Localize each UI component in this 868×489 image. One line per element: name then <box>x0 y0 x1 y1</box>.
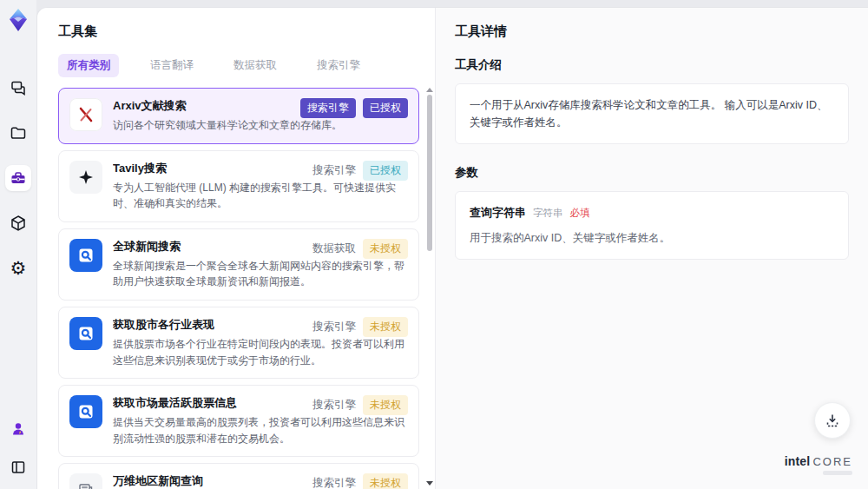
auth-badge: 已授权 <box>363 98 408 118</box>
tavily-star-icon <box>69 161 102 194</box>
tool-card-arxiv[interactable]: Arxiv文献搜索 访问各个研究领域大量科学论文和文章的存储库。 搜索引擎 已授… <box>58 88 419 144</box>
param-required-badge: 必填 <box>570 205 590 221</box>
tab-data-fetch[interactable]: 数据获取 <box>225 54 286 77</box>
tool-card-global-news[interactable]: 全球新闻搜索 全球新闻搜索是一个聚合全球各大新闻网站内容的搜索引擎，帮助用户快速… <box>58 228 419 301</box>
sidebar-item-files[interactable] <box>5 120 31 146</box>
core-wordmark: core <box>812 455 852 468</box>
param-type: 字符串 <box>533 205 563 221</box>
panel-toggle[interactable] <box>5 454 31 480</box>
tool-card-regional-news[interactable]: 万维地区新闻查询 查询具体行政区划内的新闻，快速了解各地新闻动 搜索引擎 未授权 <box>58 463 419 489</box>
tool-desc: 访问各个研究领域大量科学论文和文章的存储库。 <box>113 117 408 134</box>
tool-card-tavily[interactable]: Tavily搜索 专为人工智能代理 (LLM) 构建的搜索引擎工具。可快速提供实… <box>58 150 419 222</box>
arxiv-logo-icon <box>69 98 102 131</box>
sidebar-item-tools[interactable] <box>5 165 31 191</box>
category-badge: 搜索引擎 <box>312 163 356 178</box>
category-badge: 搜索引擎 <box>312 398 356 413</box>
news-search-icon <box>69 239 102 272</box>
detail-title: 工具详情 <box>455 23 849 40</box>
tool-card-stock-sectors[interactable]: 获取股市各行业表现 提供股票市场各个行业在特定时间段内的表现。投资者可以利用这些… <box>58 307 419 379</box>
toolbox-icon <box>10 169 27 187</box>
auth-badge: 未授权 <box>363 395 408 415</box>
app-logo[interactable] <box>5 7 31 33</box>
download-icon <box>824 412 841 429</box>
rail-bottom <box>5 416 31 480</box>
user-avatar-icon <box>10 421 26 437</box>
tool-card-active-stocks[interactable]: 获取市场最活跃股票信息 提供当天交易量最高的股票列表，投资者可以利用这些信息来识… <box>58 385 419 457</box>
tool-desc: 提供当天交易量最高的股票列表，投资者可以利用这些信息来识别流动性强的股票和潜在的… <box>113 414 408 446</box>
auth-badge: 未授权 <box>363 239 408 259</box>
sidebar-item-packages[interactable] <box>5 210 31 236</box>
intel-wordmark: intel <box>785 454 811 468</box>
tool-detail-pane: 工具详情 工具介绍 一个用于从Arxiv存储库搜索科学论文和文章的工具。 输入可… <box>435 8 868 489</box>
stock-sector-icon <box>69 317 102 350</box>
user-avatar[interactable] <box>5 416 31 442</box>
scrollbar-thumb[interactable] <box>427 95 432 251</box>
panel-toggle-icon <box>10 459 26 475</box>
newspaper-icon <box>69 473 102 489</box>
param-name: 查询字符串 <box>470 204 526 222</box>
active-stock-icon <box>69 395 102 428</box>
sidebar-item-chat[interactable] <box>5 75 31 101</box>
category-badge: 数据获取 <box>312 241 356 256</box>
category-badge: 搜索引擎 <box>300 98 356 118</box>
intro-heading: 工具介绍 <box>455 57 849 73</box>
gear-icon: ⚙ <box>10 260 27 278</box>
param-box: 查询字符串 字符串 必填 用于搜索的Arxiv ID、关键字或作者姓名。 <box>455 191 849 260</box>
tool-desc: 提供股票市场各个行业在特定时间段内的表现。投资者可以利用这些信息来识别表现优于或… <box>113 336 408 368</box>
tool-list: Arxiv文献搜索 访问各个研究领域大量科学论文和文章的存储库。 搜索引擎 已授… <box>58 88 435 489</box>
left-rail: ⚙ <box>0 0 36 489</box>
tool-desc: 全球新闻搜索是一个聚合全球各大新闻网站内容的搜索引擎，帮助用户快速获取全球最新资… <box>113 258 408 290</box>
category-badge: 搜索引擎 <box>312 320 356 334</box>
intel-core-logo: intel core <box>785 454 852 475</box>
page-title: 工具集 <box>58 23 435 40</box>
auth-badge: 未授权 <box>363 317 408 337</box>
auth-badge: 已授权 <box>363 161 408 181</box>
scroll-down-arrow-icon[interactable] <box>426 481 433 486</box>
chat-icon <box>10 79 27 96</box>
params-heading: 参数 <box>455 165 849 181</box>
intro-box: 一个用于从Arxiv存储库搜索科学论文和文章的工具。 输入可以是Arxiv ID… <box>455 83 849 144</box>
list-scrollbar[interactable] <box>426 88 433 489</box>
tool-desc: 专为人工智能代理 (LLM) 构建的搜索引擎工具。可快速提供实时、准确和真实的结… <box>113 180 408 212</box>
tab-search-engine[interactable]: 搜索引擎 <box>308 54 369 77</box>
download-button[interactable] <box>814 402 851 439</box>
scroll-up-arrow-icon[interactable] <box>426 88 433 92</box>
folder-icon <box>10 124 27 142</box>
auth-badge: 未授权 <box>363 473 408 489</box>
category-tabs: 所有类别 语言翻译 数据获取 搜索引擎 <box>58 54 435 77</box>
cube-icon <box>10 215 27 232</box>
param-desc: 用于搜索的Arxiv ID、关键字或作者姓名。 <box>470 229 834 247</box>
app-root: ⚙ 工具集 所有类 <box>0 0 868 489</box>
tab-translation[interactable]: 语言翻译 <box>141 54 202 77</box>
logo-watermark <box>823 471 852 475</box>
tab-all-categories[interactable]: 所有类别 <box>58 54 119 77</box>
tool-list-pane: 工具集 所有类别 语言翻译 数据获取 搜索引擎 A <box>37 8 435 489</box>
main-shell: 工具集 所有类别 语言翻译 数据获取 搜索引擎 A <box>36 7 868 489</box>
gem-logo-icon <box>6 8 30 32</box>
category-badge: 搜索引擎 <box>312 476 356 489</box>
rail-nav: ⚙ <box>5 75 31 281</box>
sidebar-item-settings[interactable]: ⚙ <box>5 255 31 281</box>
